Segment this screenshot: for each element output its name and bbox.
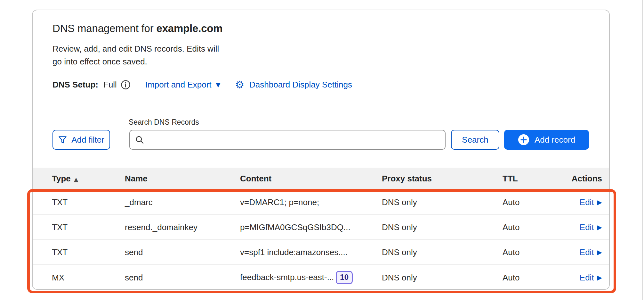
mx-priority-badge: 10	[336, 271, 353, 284]
column-header-proxy-status: Proxy status	[382, 174, 503, 184]
add-record-label: Add record	[535, 135, 575, 145]
funnel-icon	[58, 136, 67, 144]
column-header-ttl: TTL	[503, 174, 563, 184]
column-header-content: Content	[240, 174, 382, 184]
sort-ascending-icon: ▲	[74, 176, 78, 183]
add-record-button[interactable]: Add record	[504, 130, 589, 150]
display-settings-label: Dashboard Display Settings	[249, 80, 352, 90]
cell-name: send	[125, 247, 240, 257]
search-input[interactable]	[148, 130, 440, 149]
edit-record-button[interactable]: Edit ▶	[580, 273, 602, 283]
info-icon[interactable]	[121, 80, 131, 90]
add-filter-button[interactable]: Add filter	[52, 130, 110, 150]
table-row: TXT resend._domainkey p=MIGfMA0GCSqGSIb3…	[33, 215, 609, 240]
gear-icon: ⚙	[235, 79, 244, 90]
cell-name: _dmarc	[125, 197, 240, 207]
cell-proxy-status: DNS only	[382, 197, 503, 207]
table-header: Type▲ Name Content Proxy status TTL Acti…	[33, 168, 609, 190]
page-title-prefix: DNS management for	[52, 22, 157, 34]
edit-record-button[interactable]: Edit ▶	[580, 197, 602, 207]
dns-setup-value: Full	[103, 80, 117, 90]
chevron-right-icon: ▶	[597, 223, 602, 231]
import-export-label: Import and Export	[145, 80, 212, 90]
search-button[interactable]: Search	[451, 130, 499, 150]
edit-record-button[interactable]: Edit ▶	[580, 222, 602, 232]
search-button-label: Search	[462, 135, 488, 145]
cell-type: TXT	[52, 197, 125, 207]
dns-management-card: DNS management for example.com Review, a…	[32, 10, 610, 290]
cell-ttl: Auto	[503, 273, 563, 283]
cell-type: TXT	[52, 222, 125, 232]
magnifier-icon	[135, 135, 144, 144]
table-row: TXT send v=spf1 include:amazonses.... DN…	[33, 240, 609, 265]
cell-content: v=DMARC1; p=none;	[240, 197, 382, 207]
cell-ttl: Auto	[503, 222, 563, 232]
table-row: MX send feedback-smtp.us-east-... 10 DNS…	[33, 265, 609, 290]
chevron-right-icon: ▶	[597, 248, 602, 256]
add-filter-label: Add filter	[71, 135, 104, 145]
cell-content: feedback-smtp.us-east-... 10	[240, 271, 382, 284]
page-description-line: Review, add, and edit DNS records. Edits…	[52, 42, 219, 55]
search-input-container	[129, 130, 446, 150]
cell-content: v=spf1 include:amazonses....	[240, 247, 382, 257]
adjacent-panel-edge	[642, 0, 643, 300]
dns-records-table: TXT _dmarc v=DMARC1; p=none; DNS only Au…	[33, 190, 609, 290]
cell-proxy-status: DNS only	[382, 247, 503, 257]
import-export-dropdown[interactable]: Import and Export ▼	[145, 80, 221, 90]
dns-setup-row: DNS Setup: Full Import and Export ▼ ⚙ Da…	[52, 79, 352, 90]
cell-ttl: Auto	[503, 197, 563, 207]
page-title: DNS management for example.com	[52, 22, 222, 35]
cell-type: TXT	[52, 247, 125, 257]
dashboard-display-settings-link[interactable]: ⚙ Dashboard Display Settings	[235, 79, 352, 90]
page-description: Review, add, and edit DNS records. Edits…	[52, 42, 219, 68]
plus-circle-icon	[518, 134, 529, 146]
column-header-actions: Actions	[563, 174, 602, 184]
column-header-name: Name	[125, 174, 240, 184]
cell-ttl: Auto	[503, 247, 563, 257]
table-row: TXT _dmarc v=DMARC1; p=none; DNS only Au…	[33, 190, 609, 215]
domain-name: example.com	[157, 22, 223, 34]
cell-content: p=MIGfMA0GCSqGSIb3DQ...	[240, 222, 382, 232]
cell-name: resend._domainkey	[125, 222, 240, 232]
chevron-right-icon: ▶	[597, 274, 602, 281]
dns-setup-label: DNS Setup:	[52, 80, 98, 90]
cell-name: send	[125, 273, 240, 283]
chevron-right-icon: ▶	[597, 198, 602, 206]
search-dns-records-label: Search DNS Records	[129, 118, 199, 127]
cell-proxy-status: DNS only	[382, 222, 503, 232]
cell-content-text: feedback-smtp.us-east-...	[240, 272, 334, 282]
cell-proxy-status: DNS only	[382, 273, 503, 283]
page-description-line: go into effect once saved.	[52, 55, 219, 68]
cell-type: MX	[52, 273, 125, 283]
column-header-type[interactable]: Type▲	[52, 174, 125, 184]
edit-record-button[interactable]: Edit ▶	[580, 247, 602, 257]
chevron-down-icon: ▼	[216, 81, 221, 88]
